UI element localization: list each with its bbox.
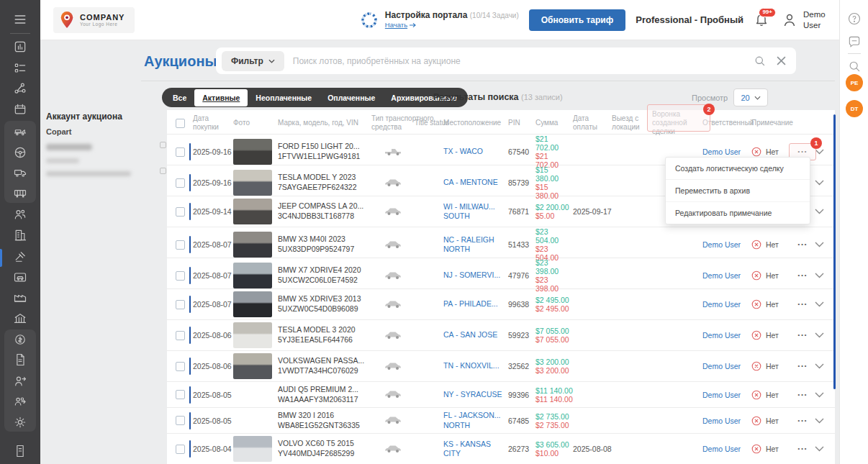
row-expand-button[interactable] [815,392,835,398]
search-submit-icon[interactable] [749,50,770,72]
row-actions-button[interactable]: ... 1 [793,329,812,342]
user-menu[interactable]: Demo User [781,9,829,30]
row-checkbox[interactable] [176,300,185,309]
row-expand-button[interactable] [815,149,835,155]
filter-button[interactable]: Фильтр [222,51,284,71]
truck-icon[interactable] [13,165,27,180]
workspace-badge-dt[interactable]: DT [846,100,863,117]
calendar-icon[interactable] [13,102,27,117]
finance-settings-icon[interactable] [13,415,27,429]
row-actions-button[interactable]: ... 1 [793,269,812,282]
row-checkbox[interactable] [176,445,185,454]
report-icon[interactable] [13,444,27,458]
responsible-link[interactable]: Demo User [702,391,751,399]
notifications-button[interactable]: 99+ [754,12,771,29]
location-link[interactable]: NY - SYRACUSE [443,390,508,399]
location-link[interactable]: NC - RALEIGH NORTH [443,235,508,254]
company-logo[interactable]: COMPANY Your Logo Here [53,7,135,33]
workspace-badge-pe[interactable]: PE [846,74,863,91]
row-expand-button[interactable] [815,446,835,452]
responsible-link[interactable]: Demo User [702,240,751,249]
tasks-icon[interactable] [13,61,27,76]
clients-icon[interactable] [13,207,27,222]
row-expand-button[interactable] [815,242,835,247]
search-icon[interactable] [847,59,862,73]
upgrade-plan-button[interactable]: Обновить тариф [529,9,625,31]
location-link[interactable]: CA - MENTONE [443,178,508,187]
row-checkbox[interactable] [176,390,185,399]
search-input[interactable] [284,56,749,66]
copy-icon[interactable] [160,168,166,174]
row-actions-button[interactable]: ... 1 [793,360,812,373]
row-actions-button[interactable]: ... 1 [793,388,812,401]
auction-gavel-icon[interactable] [13,250,27,264]
team-icon[interactable] [13,394,27,409]
no-note-icon [751,416,761,426]
row-checkbox[interactable] [176,147,185,157]
location-link[interactable]: FL - JACKSON... NORTH [443,411,508,429]
page-size-select[interactable]: 20 [733,88,768,106]
steering-wheel-icon[interactable] [13,145,27,160]
chat-icon[interactable] [847,35,862,49]
row-expand-button[interactable] [815,209,835,214]
menu-icon[interactable] [13,12,27,27]
assign-user-icon[interactable] [13,374,27,388]
select-all-checkbox[interactable] [176,119,185,128]
location-link[interactable]: CA - SAN JOSE [443,330,508,340]
warehouse-icon[interactable] [13,290,27,304]
payments-icon[interactable] [13,332,27,347]
row-checkbox[interactable] [176,331,185,340]
row-expand-button[interactable] [815,273,835,278]
row-checkbox[interactable] [176,178,185,188]
row-expand-button[interactable] [815,363,835,369]
network-icon[interactable] [13,81,27,96]
responsible-link[interactable]: Demo User [702,147,751,156]
responsible-link[interactable]: Demo User [702,300,751,309]
row-checkbox[interactable] [176,240,185,250]
tab-active[interactable]: Активные [194,89,248,106]
menu-item-edit-note[interactable]: Редактировать примечание [666,201,810,224]
tab-paid[interactable]: Оплаченные [320,89,383,106]
location-link[interactable]: KS - KANSAS CITY [443,440,508,458]
documents-icon[interactable] [13,352,27,367]
responsible-link[interactable]: Demo User [702,445,751,453]
row-checkbox[interactable] [176,416,185,425]
bank-icon[interactable] [13,311,27,326]
car-stock-icon[interactable] [13,270,27,284]
menu-item-move-to-archive[interactable]: Переместить в архив [666,179,810,201]
tab-unpaid[interactable]: Неоплаченные [248,89,320,106]
clear-search-icon[interactable] [770,50,792,72]
row-actions-button[interactable]: ... 1 [793,298,812,311]
tab-all[interactable]: Все [165,89,194,106]
table-row: 2025-08-05 BMW 320 I 2016 WBA8E1G52GNT36… [167,408,835,434]
row-expand-button[interactable] [815,418,835,424]
location-link[interactable]: WI - MILWAU... SOUTH [443,202,508,221]
progress-spinner-icon [360,11,379,29]
container-icon[interactable] [13,186,27,200]
location-link[interactable]: NJ - SOMERVI... [443,270,508,280]
copy-icon[interactable] [160,142,166,148]
responsible-link[interactable]: Demo User [702,331,751,340]
car-carrier-icon[interactable] [13,124,27,138]
row-expand-button[interactable] [815,180,835,186]
location-link[interactable]: TX - WACO [443,147,508,156]
dashboard-icon[interactable] [13,40,27,54]
row-checkbox[interactable] [176,362,185,371]
location-link[interactable]: PA - PHILADE... [443,299,508,309]
location-link[interactable]: TN - KNOXVIL... [443,361,508,370]
row-checkbox[interactable] [176,207,185,217]
row-actions-button[interactable]: ... 1 [793,442,812,455]
setup-start-link[interactable]: Начать [385,21,519,29]
menu-item-create-logistics-deal[interactable]: Создать логистическую сделку [666,158,810,179]
responsible-link[interactable]: Demo User [702,271,751,280]
row-actions-button[interactable]: ... 1 [793,414,812,427]
row-expand-button[interactable] [815,332,835,338]
help-icon[interactable] [847,12,862,26]
row-checkbox[interactable] [176,271,185,281]
row-expand-button[interactable] [815,301,835,307]
row-actions-button[interactable]: ... 1 [793,238,812,251]
responsible-link[interactable]: Demo User [702,362,751,370]
table-scrollbar[interactable] [833,114,836,389]
responsible-link[interactable]: Demo User [702,417,751,425]
company-icon[interactable] [13,228,27,242]
